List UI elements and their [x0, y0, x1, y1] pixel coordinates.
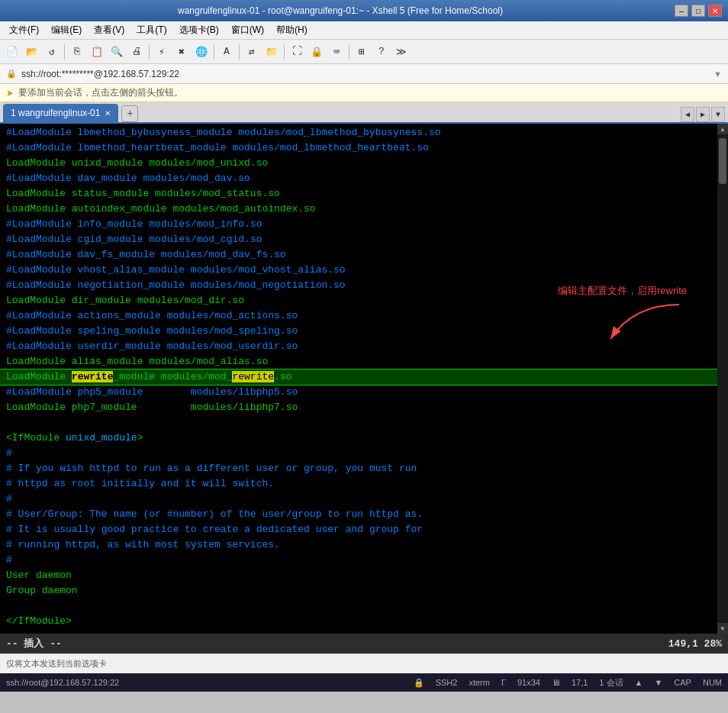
toolbar: 📄 📂 ↺ ⎘ 📋 🔍 🖨 ⚡ ✖ 🌐 A ⇄ 📁 ⛶ 🔒 ⌨ ⊞ ? ≫ [0, 40, 728, 64]
toolbar-font[interactable]: A [217, 43, 236, 61]
toolbar-lock[interactable]: 🔒 [308, 43, 326, 61]
conn-lock-icon: 🔒 [414, 678, 424, 688]
terminal[interactable]: #LoadModule lbmethod_bybusyness_module m… [0, 124, 717, 634]
toolbar-sep6 [349, 44, 350, 60]
conn-icon: Γ [501, 678, 506, 687]
terminal-line: LoadModule rewrite_module modules/mod_re… [0, 369, 717, 385]
terminal-line: LoadModule unixd_module modules/mod_unix… [0, 156, 717, 171]
toolbar-sep5 [284, 44, 285, 60]
conn-nav-up[interactable]: ▲ [635, 678, 643, 687]
menu-bar: 文件(F) 编辑(E) 查看(V) 工具(T) 选项卡(B) 窗口(W) 帮助(… [0, 21, 728, 40]
toolbar-help[interactable]: ? [372, 43, 391, 61]
menu-view[interactable]: 查看(V) [88, 21, 130, 39]
terminal-line: #LoadModule dav_fs_module modules/mod_da… [0, 247, 717, 263]
toolbar-layout[interactable]: ⊞ [353, 43, 371, 61]
toolbar-copy[interactable]: ⎘ [68, 43, 86, 61]
conn-num: NUM [703, 678, 722, 687]
conn-bar-right: 🔒 SSH2 xterm Γ 91x34 🖥 17,1 1 会话 ▲ ▼ CAP… [414, 677, 722, 689]
toolbar-connect[interactable]: ⚡ [153, 43, 171, 61]
toolbar-sep1 [64, 44, 65, 60]
conn-bar: ssh://root@192.168.57.129:22 🔒 SSH2 xter… [0, 673, 728, 692]
terminal-line: #LoadModule userdir_module modules/mod_u… [0, 339, 717, 354]
terminal-line: User daemon [0, 568, 717, 583]
tab-label: 1 wangruifenglinux-01 [11, 108, 100, 118]
terminal-line: #LoadModule negotiation_module modules/m… [0, 278, 717, 293]
terminal-line: # [0, 446, 717, 461]
terminal-line: LoadModule dir_module modules/mod_dir.so [0, 293, 717, 308]
terminal-line: # It is usually good practice to create … [0, 522, 717, 537]
status-text: -- 插入 -- [6, 637, 62, 650]
terminal-line: Group daemon [0, 583, 717, 598]
scrollbar-track[interactable] [718, 134, 727, 623]
conn-sessions: 1 会话 [599, 677, 623, 689]
terminal-line: </IfModule> [0, 614, 717, 629]
tab-nav-prev[interactable]: ◀ [681, 107, 694, 122]
menu-tabs[interactable]: 选项卡(B) [173, 21, 225, 39]
conn-caps: CAP [674, 678, 691, 687]
scrollbar-up[interactable]: ▲ [717, 124, 728, 134]
info-text: 要添加当前会话，点击左侧的箭头按钮。 [18, 86, 183, 99]
terminal-line: #LoadModule info_module modules/mod_info… [0, 217, 717, 232]
menu-tools[interactable]: 工具(T) [130, 21, 172, 39]
conn-term: xterm [469, 678, 490, 687]
toolbar-sep3 [214, 44, 214, 60]
toolbar-globe[interactable]: 🌐 [192, 43, 211, 61]
address-dropdown[interactable]: ▼ [714, 69, 722, 79]
toolbar-sep4 [239, 44, 240, 60]
conn-pos: 17,1 [572, 678, 588, 687]
window-controls: – □ ✕ [675, 5, 722, 17]
bottom-bar: 仅将文本发送到当前选项卡 [0, 653, 728, 673]
terminal-line: #LoadModule actions_module modules/mod_a… [0, 308, 717, 324]
info-bar: ➤ 要添加当前会话，点击左侧的箭头按钮。 [0, 84, 728, 102]
tab-bar: 1 wangruifenglinux-01 ✕ + ◀ ▶ ▼ [0, 102, 728, 124]
close-button[interactable]: ✕ [708, 5, 722, 17]
terminal-line: LoadModule php7_module modules/libphp7.s… [0, 400, 717, 415]
menu-edit[interactable]: 编辑(E) [45, 21, 88, 39]
toolbar-print[interactable]: 🖨 [127, 43, 146, 61]
status-bar: -- 插入 -- 149,1 28% [0, 634, 728, 653]
conn-pos-icon: 🖥 [552, 678, 560, 687]
terminal-line: #LoadModule lbmethod_heartbeat_module mo… [0, 140, 717, 156]
tab-nav: ◀ ▶ ▼ [681, 107, 725, 122]
terminal-line: #LoadModule speling_module modules/mod_s… [0, 324, 717, 339]
tab-close-button[interactable]: ✕ [105, 109, 111, 118]
toolbar-kbd[interactable]: ⌨ [327, 43, 346, 61]
toolbar-open[interactable]: 📂 [23, 43, 41, 61]
menu-file[interactable]: 文件(F) [3, 21, 45, 39]
scrollbar-down[interactable]: ▼ [717, 623, 728, 634]
vertical-scrollbar[interactable]: ▲ ▼ [717, 124, 728, 634]
toolbar-sftp[interactable]: 📁 [263, 43, 281, 61]
terminal-line: # If you wish httpd to run as a differen… [0, 461, 717, 476]
toolbar-more[interactable]: ≫ [392, 43, 411, 61]
conn-rows: 91x34 [517, 678, 540, 687]
terminal-scroll: #LoadModule lbmethod_bybusyness_module m… [0, 124, 717, 634]
conn-ssh: SSH2 [436, 678, 458, 687]
tab-nav-next[interactable]: ▶ [696, 107, 710, 122]
toolbar-sep2 [149, 44, 150, 60]
tab-add-button[interactable]: + [121, 105, 138, 122]
terminal-line: # [0, 553, 717, 568]
toolbar-refresh[interactable]: ↺ [43, 43, 61, 61]
maximize-button[interactable]: □ [691, 5, 705, 17]
terminal-line: LoadModule alias_module modules/mod_alia… [0, 354, 717, 369]
terminal-line [0, 415, 717, 431]
tab-nav-menu[interactable]: ▼ [711, 107, 725, 122]
toolbar-paste[interactable]: 📋 [88, 43, 106, 61]
tab-active[interactable]: 1 wangruifenglinux-01 ✕ [3, 104, 118, 122]
menu-window[interactable]: 窗口(W) [225, 21, 270, 39]
title-bar: wangruifenglinux-01 - root@wangruifeng-0… [0, 0, 728, 21]
terminal-line: # httpd as root initially and it will sw… [0, 476, 717, 492]
menu-help[interactable]: 帮助(H) [270, 21, 314, 39]
minimize-button[interactable]: – [675, 5, 688, 17]
toolbar-transfer[interactable]: ⇄ [243, 43, 261, 61]
terminal-area: #LoadModule lbmethod_bybusyness_module m… [0, 124, 728, 634]
toolbar-disconnect[interactable]: ✖ [172, 43, 191, 61]
scrollbar-thumb[interactable] [719, 138, 726, 184]
window-title: wangruifenglinux-01 - root@wangruifeng-0… [6, 5, 675, 16]
toolbar-new-session[interactable]: 📄 [3, 43, 21, 61]
conn-nav-down[interactable]: ▼ [654, 678, 662, 687]
terminal-line: #LoadModule dav_module modules/mod_dav.s… [0, 171, 717, 186]
toolbar-fullscreen[interactable]: ⛶ [288, 43, 306, 61]
info-icon: ➤ [6, 88, 14, 98]
toolbar-find[interactable]: 🔍 [108, 43, 126, 61]
